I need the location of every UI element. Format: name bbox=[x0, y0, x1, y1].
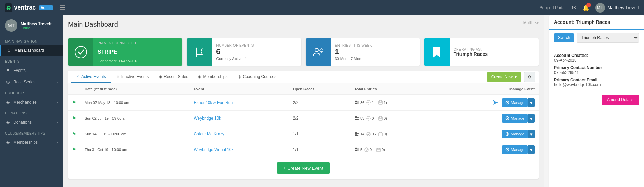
account-actions: Switch Triumph Races bbox=[549, 30, 644, 46]
manage-button[interactable]: Manage bbox=[502, 114, 528, 123]
manage-button[interactable]: Manage bbox=[502, 130, 528, 138]
sidebar-section-products: Products bbox=[0, 88, 63, 96]
svg-point-8 bbox=[355, 100, 357, 102]
manage-dropdown-button[interactable]: ▾ bbox=[528, 114, 535, 123]
admin-badge: Admin bbox=[39, 5, 53, 10]
date-cell: Sun 02 Jun 19 - 09:00 am bbox=[81, 110, 190, 126]
svg-point-27 bbox=[357, 133, 359, 134]
sidebar-item-memberships[interactable]: ◈ Memberships › bbox=[0, 137, 63, 148]
tab-memberships[interactable]: ◈ Memberships bbox=[193, 71, 232, 83]
page-title: Main Dashboard bbox=[68, 20, 118, 28]
sidebar-item-events[interactable]: ⚑ Events › bbox=[0, 65, 63, 76]
flag-cell: ⚑ bbox=[68, 95, 81, 111]
user-menu[interactable]: MT Matthew Trevett bbox=[595, 3, 639, 13]
total-entries-cell: 83 0 - 0) bbox=[350, 110, 435, 126]
events-sub: Currently Active: 4 bbox=[216, 57, 297, 61]
svg-point-16 bbox=[507, 102, 508, 103]
col-header-manage: Manage Event bbox=[435, 83, 539, 95]
total-entries-cell: 5 0 - 0) bbox=[350, 142, 435, 157]
col-header-date-label: Date (of first race) bbox=[81, 83, 190, 95]
payment-check-icon bbox=[68, 38, 93, 66]
sidebar-section-clubs: Clubs/Memberships bbox=[0, 128, 63, 137]
tab-active-events[interactable]: ✓ Active Events bbox=[71, 71, 111, 83]
row-flag-icon: ⚑ bbox=[72, 100, 76, 105]
sidebar-item-donations-label: Donations bbox=[13, 120, 32, 125]
manage-group: Manage ▾ bbox=[502, 130, 535, 138]
manage-group: Manage ▾ bbox=[502, 98, 535, 107]
table-row: ⚑ Thu 31 Oct 19 - 10:00 am Weybridge Vir… bbox=[68, 142, 539, 157]
svg-point-18 bbox=[357, 117, 359, 118]
event-link[interactable]: Weybridge 10k bbox=[194, 116, 221, 121]
manage-cell: ➤ Manage ▾ bbox=[435, 95, 539, 111]
manage-dropdown-button[interactable]: ▾ bbox=[528, 98, 535, 107]
entries-label: ENTRIES THIS WEEK bbox=[335, 44, 416, 47]
sidebar-item-merchandise[interactable]: ◈ Merchandise › bbox=[0, 96, 63, 108]
amend-details-button[interactable]: Amend Details bbox=[602, 95, 639, 105]
total-entries-cell: 36 1 - 1) bbox=[350, 95, 435, 111]
race-series-icon: ◎ bbox=[5, 80, 11, 84]
flag-cell: ⚑ bbox=[68, 110, 81, 126]
notifications-badge: 8 bbox=[586, 3, 591, 7]
svg-point-36 bbox=[357, 148, 359, 150]
svg-point-2 bbox=[315, 48, 318, 52]
events-card-body: NUMBER OF EVENTS 6 Currently Active: 4 bbox=[212, 38, 301, 66]
entries-card-body: ENTRIES THIS WEEK 1 30 Mon - 7 Mon bbox=[331, 38, 420, 66]
create-new-button[interactable]: Create New ▾ bbox=[487, 72, 521, 82]
people-badge: 14 bbox=[354, 131, 364, 136]
support-portal-link[interactable]: Support Portal bbox=[540, 5, 566, 10]
chevron-right-icon3: › bbox=[57, 100, 58, 104]
operating-value: Triumph Races bbox=[454, 51, 535, 57]
manage-button[interactable]: Manage bbox=[502, 145, 528, 154]
check-badge: 0 - bbox=[364, 147, 374, 152]
contact-value: 07955226541 bbox=[554, 70, 579, 75]
merchandise-icon: ◈ bbox=[5, 100, 11, 105]
payment-card-body: PAYMENT CONNECTED STRIPE Connected: 09-A… bbox=[93, 38, 182, 66]
manage-cell: Manage ▾ bbox=[435, 126, 539, 142]
table-header-row: Date (of first race) Event Open Races To… bbox=[68, 83, 539, 95]
manage-dropdown-button[interactable]: ▾ bbox=[528, 145, 535, 154]
sidebar-item-race-series[interactable]: ◎ Race Series › bbox=[0, 76, 63, 88]
settings-button[interactable]: ⚙ bbox=[524, 72, 535, 82]
create-event-row: + Create New Event bbox=[68, 157, 539, 179]
people-badge: 83 bbox=[354, 116, 364, 121]
sidebar-item-memberships-label: Memberships bbox=[13, 140, 38, 145]
date-cell: Thu 31 Oct 19 - 10:00 am bbox=[81, 142, 190, 157]
events-panel: ✓ Active Events ✕ Inactive Events ◈ Rece… bbox=[68, 71, 539, 179]
tab-inactive-events[interactable]: ✕ Inactive Events bbox=[111, 71, 154, 83]
hamburger-icon[interactable]: ☰ bbox=[60, 4, 65, 12]
create-new-event-button[interactable]: + Create New Event bbox=[277, 162, 330, 174]
events-table-container: Date (of first race) Event Open Races To… bbox=[68, 83, 539, 179]
tab-recent-sales[interactable]: ◈ Recent Sales bbox=[154, 71, 193, 83]
event-link[interactable]: Weybridge Virtual 10k bbox=[194, 147, 233, 152]
event-link[interactable]: Colour Me Krazy bbox=[194, 131, 224, 136]
flag-icon: ⚑ bbox=[5, 68, 11, 73]
manage-dropdown-button[interactable]: ▾ bbox=[528, 130, 535, 138]
event-link[interactable]: Esher 10k & Fun Run bbox=[194, 100, 233, 105]
sidebar-status: Online bbox=[21, 26, 52, 30]
tab-memberships-label: Memberships bbox=[203, 74, 227, 79]
account-select[interactable]: Triumph Races bbox=[577, 33, 639, 43]
svg-point-34 bbox=[507, 133, 508, 135]
sidebar-item-race-series-label: Race Series bbox=[13, 80, 35, 84]
inactive-events-x-icon: ✕ bbox=[116, 74, 120, 79]
svg-point-35 bbox=[355, 148, 357, 150]
open-races-cell: 1/1 bbox=[289, 142, 350, 157]
stat-card-entries: ENTRIES THIS WEEK 1 30 Mon - 7 Mon bbox=[306, 38, 420, 66]
row-flag-icon: ⚑ bbox=[72, 147, 76, 152]
payment-label: PAYMENT CONNECTED bbox=[98, 41, 178, 45]
notifications-icon-btn[interactable]: 🔔 8 bbox=[582, 4, 589, 11]
contact-label: Primary Contact Number bbox=[554, 65, 639, 70]
table-row: ⚑ Sun 14 Jul 19 - 10:00 am Colour Me Kra… bbox=[68, 126, 539, 142]
total-entries-cell: 14 0 - 0) bbox=[350, 126, 435, 142]
cal-badge: 0) bbox=[376, 147, 385, 152]
svg-point-26 bbox=[355, 132, 357, 134]
svg-rect-20 bbox=[379, 117, 382, 120]
switch-button[interactable]: Switch bbox=[554, 33, 574, 42]
manage-button[interactable]: Manage bbox=[502, 98, 528, 107]
svg-point-9 bbox=[357, 101, 359, 103]
logo-e-icon: e bbox=[5, 3, 12, 12]
email-icon-btn[interactable]: ✉ bbox=[572, 4, 576, 11]
sidebar-item-donations[interactable]: ◈ Donations › bbox=[0, 116, 63, 128]
sidebar-item-dashboard[interactable]: ⌂ Main Dashboard bbox=[0, 45, 63, 56]
tab-coaching[interactable]: ◎ Coaching Courses bbox=[233, 71, 281, 83]
